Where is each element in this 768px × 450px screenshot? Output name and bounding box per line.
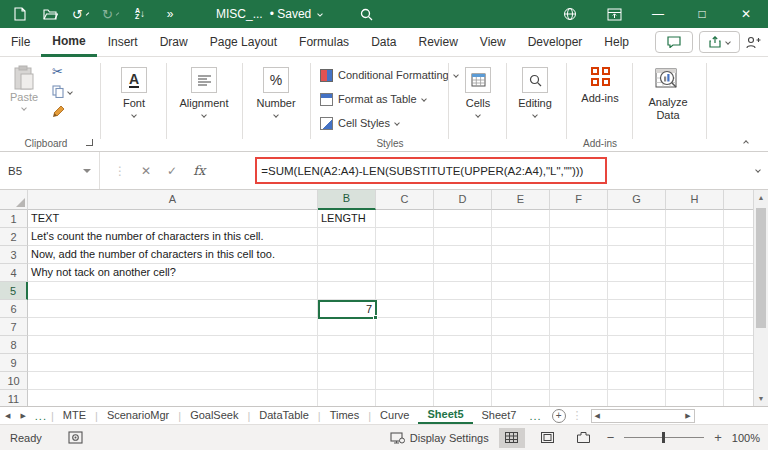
editing-group-button[interactable]: Editing bbox=[510, 67, 560, 117]
cell-A10[interactable] bbox=[28, 372, 318, 390]
tab-help[interactable]: Help bbox=[593, 28, 640, 57]
sheet-tab-times[interactable]: Times bbox=[321, 407, 369, 425]
analyze-data-button[interactable]: Analyze Data bbox=[640, 67, 696, 122]
cell-D9[interactable] bbox=[434, 354, 492, 372]
column-header-F[interactable]: F bbox=[550, 190, 608, 210]
cell-E7[interactable] bbox=[492, 318, 550, 336]
conditional-formatting-button[interactable]: Conditional Formatting bbox=[320, 63, 458, 87]
zoom-in-button[interactable]: + bbox=[714, 430, 722, 445]
new-file-icon[interactable] bbox=[12, 6, 28, 22]
cell-A1[interactable]: TEXT bbox=[28, 210, 318, 228]
cell-B9[interactable] bbox=[318, 354, 376, 372]
row-header-2[interactable]: 2 bbox=[0, 228, 28, 246]
sheet-tab-mte[interactable]: MTE bbox=[54, 407, 95, 425]
cell-B3[interactable] bbox=[318, 246, 376, 264]
cell-F8[interactable] bbox=[550, 336, 608, 354]
tab-insert[interactable]: Insert bbox=[97, 28, 149, 57]
row-header-3[interactable]: 3 bbox=[0, 246, 28, 264]
zoom-out-button[interactable]: − bbox=[607, 430, 615, 445]
cells-group-button[interactable]: Cells bbox=[456, 67, 500, 117]
horizontal-scrollbar[interactable]: ◀ ▶ bbox=[591, 409, 695, 423]
copy-button[interactable] bbox=[52, 85, 72, 98]
name-box[interactable]: B5 bbox=[0, 152, 100, 189]
fill-handle[interactable] bbox=[373, 315, 378, 320]
normal-view-button[interactable] bbox=[499, 428, 525, 448]
sheet-overflow-right[interactable]: ... bbox=[525, 410, 545, 422]
open-folder-icon[interactable] bbox=[42, 6, 58, 22]
cell-F11[interactable] bbox=[550, 390, 608, 406]
cell-F9[interactable] bbox=[550, 354, 608, 372]
cell-A8[interactable] bbox=[28, 336, 318, 354]
tab-view[interactable]: View bbox=[469, 28, 517, 57]
title-dropdown-icon[interactable] bbox=[317, 11, 323, 17]
cell-H1[interactable] bbox=[666, 210, 724, 228]
scroll-up-icon[interactable]: ▲ bbox=[754, 190, 768, 205]
cell-C1[interactable] bbox=[376, 210, 434, 228]
column-header-B[interactable]: B bbox=[318, 190, 376, 210]
cell-B1[interactable]: LENGTH bbox=[318, 210, 376, 228]
cell-H10[interactable] bbox=[666, 372, 724, 390]
column-header-H[interactable]: H bbox=[666, 190, 724, 210]
hscroll-right-icon[interactable]: ▶ bbox=[682, 412, 693, 420]
cell-G7[interactable] bbox=[608, 318, 666, 336]
zoom-slider[interactable] bbox=[624, 437, 704, 438]
display-settings-button[interactable]: Display Settings bbox=[390, 432, 489, 444]
cell-H6[interactable] bbox=[666, 300, 724, 318]
cell-F6[interactable] bbox=[550, 300, 608, 318]
cell-H4[interactable] bbox=[666, 264, 724, 282]
cell-G3[interactable] bbox=[608, 246, 666, 264]
cell-D10[interactable] bbox=[434, 372, 492, 390]
cell-C4[interactable] bbox=[376, 264, 434, 282]
select-all-button[interactable] bbox=[0, 190, 28, 210]
row-header-5[interactable]: 5 bbox=[0, 282, 28, 300]
cell-A11[interactable] bbox=[28, 390, 318, 406]
cancel-formula-icon[interactable]: ✕ bbox=[141, 164, 151, 178]
cut-button[interactable]: ✂ bbox=[52, 65, 72, 78]
insert-function-icon[interactable]: fx bbox=[193, 163, 205, 178]
sheet-tab-sheet7[interactable]: Sheet7 bbox=[473, 407, 526, 425]
collapse-ribbon-icon[interactable] bbox=[743, 140, 749, 146]
cell-D11[interactable] bbox=[434, 390, 492, 406]
cell-D7[interactable] bbox=[434, 318, 492, 336]
cell-H3[interactable] bbox=[666, 246, 724, 264]
tab-data[interactable]: Data bbox=[360, 28, 407, 57]
cell-A4[interactable]: Why not tack on another cell? bbox=[28, 264, 318, 282]
zoom-slider-handle[interactable] bbox=[662, 432, 665, 443]
cell-E3[interactable] bbox=[492, 246, 550, 264]
alignment-group-button[interactable]: Alignment bbox=[172, 67, 236, 117]
people-icon[interactable] bbox=[746, 36, 762, 49]
cell-E8[interactable] bbox=[492, 336, 550, 354]
cell-E2[interactable] bbox=[492, 228, 550, 246]
hscroll-left-icon[interactable]: ◀ bbox=[592, 412, 603, 420]
cell-D5[interactable] bbox=[434, 282, 492, 300]
sheet-tab-sheet5[interactable]: Sheet5 bbox=[418, 407, 472, 425]
cell-F1[interactable] bbox=[550, 210, 608, 228]
tab-review[interactable]: Review bbox=[407, 28, 468, 57]
cell-G2[interactable] bbox=[608, 228, 666, 246]
cell-F2[interactable] bbox=[550, 228, 608, 246]
cell-F10[interactable] bbox=[550, 372, 608, 390]
font-group-button[interactable]: A Font bbox=[108, 67, 160, 117]
format-painter-button[interactable] bbox=[52, 105, 72, 118]
formula-input[interactable]: =SUM(LEN(A2:A4)-LEN(SUBSTITUTE(UPPER(A2:… bbox=[219, 152, 768, 189]
cell-C9[interactable] bbox=[376, 354, 434, 372]
cell-H2[interactable] bbox=[666, 228, 724, 246]
cell-A5[interactable] bbox=[28, 282, 318, 300]
cell-E9[interactable] bbox=[492, 354, 550, 372]
cell-H11[interactable] bbox=[666, 390, 724, 406]
cell-B7[interactable] bbox=[318, 318, 376, 336]
cell-D8[interactable] bbox=[434, 336, 492, 354]
cell-G5[interactable] bbox=[608, 282, 666, 300]
vertical-scrollbar[interactable]: ▲ ▼ bbox=[753, 190, 768, 406]
sheet-tab-datatable[interactable]: DataTable bbox=[250, 407, 318, 425]
page-layout-view-button[interactable] bbox=[535, 428, 561, 448]
row-header-7[interactable]: 7 bbox=[0, 318, 28, 336]
sheet-tab-goalseek[interactable]: GoalSeek bbox=[181, 407, 247, 425]
cell-C3[interactable] bbox=[376, 246, 434, 264]
cell-C10[interactable] bbox=[376, 372, 434, 390]
cell-B4[interactable] bbox=[318, 264, 376, 282]
cell-G9[interactable] bbox=[608, 354, 666, 372]
number-group-button[interactable]: % Number bbox=[248, 67, 304, 117]
ribbon-display-options-icon[interactable] bbox=[592, 0, 636, 28]
cell-E11[interactable] bbox=[492, 390, 550, 406]
